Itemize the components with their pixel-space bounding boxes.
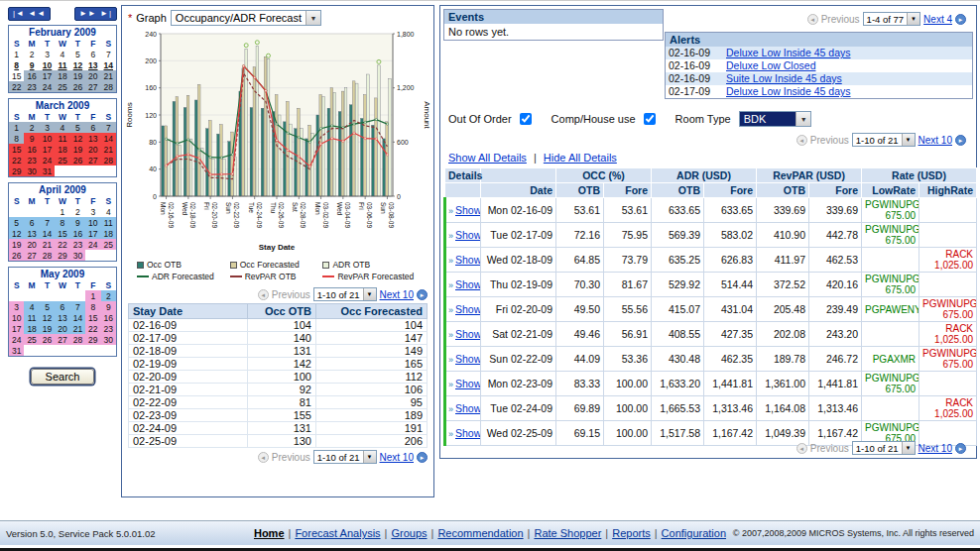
calendar-day[interactable]: 16 <box>24 144 39 155</box>
calendar-day[interactable]: 25 <box>101 239 116 250</box>
next-icon[interactable]: ► <box>955 14 966 25</box>
calendar-day[interactable]: 3 <box>40 49 55 59</box>
calendar-day[interactable]: 17 <box>40 70 55 81</box>
next-icon[interactable]: ► <box>417 452 428 463</box>
out-of-order-checkbox[interactable] <box>520 113 532 125</box>
calendar-day[interactable]: 28 <box>101 81 116 92</box>
calendar-day[interactable]: 28 <box>40 250 55 261</box>
calendar-day[interactable]: 4 <box>55 49 69 59</box>
calendar-day[interactable]: 23 <box>101 323 116 334</box>
calendar-day[interactable]: 25 <box>55 81 69 92</box>
show-details-link[interactable]: Show <box>455 229 480 241</box>
calendar-day[interactable]: 27 <box>55 334 69 345</box>
alert-link[interactable]: Deluxe Low Inside 45 days <box>726 85 851 98</box>
show-details-link[interactable]: Show <box>455 278 480 290</box>
next-icon[interactable]: ► <box>955 135 966 146</box>
calendar-day[interactable]: 31 <box>9 345 24 356</box>
calendar-back-button[interactable]: |◄ ◄◄ <box>8 7 51 21</box>
calendar-day[interactable]: 28 <box>70 334 85 345</box>
next-icon[interactable]: ► <box>955 443 966 454</box>
calendar-day[interactable]: 30 <box>70 250 85 261</box>
calendar-day[interactable]: 22 <box>85 323 100 334</box>
calendar-day[interactable]: 13 <box>85 59 100 70</box>
calendar-day[interactable]: 26 <box>70 81 85 92</box>
calendar-day[interactable]: 10 <box>40 59 55 70</box>
calendar-day[interactable]: 22 <box>55 239 69 250</box>
calendar-day[interactable]: 11 <box>55 59 69 70</box>
calendar-day[interactable]: 8 <box>9 59 24 70</box>
calendar-day[interactable]: 28 <box>101 155 116 165</box>
footer-link-reports[interactable]: Reports <box>612 527 651 539</box>
calendar-day[interactable]: 7 <box>40 217 55 228</box>
calendar-day[interactable]: 23 <box>24 81 39 92</box>
calendar-day[interactable]: 2 <box>101 290 116 301</box>
calendar-day[interactable]: 9 <box>24 59 39 70</box>
calendar-day[interactable]: 30 <box>24 165 39 176</box>
calendar-day[interactable]: 23 <box>70 239 85 250</box>
page-range-select[interactable]: 1-10 of 21▼ <box>313 450 377 464</box>
alert-link[interactable]: Deluxe Low Inside 45 days <box>726 47 851 59</box>
calendar-day[interactable]: 6 <box>55 301 69 312</box>
show-details-link[interactable]: Show <box>455 353 480 365</box>
search-button[interactable]: Search <box>31 369 95 385</box>
footer-link-configuration[interactable]: Configuration <box>662 527 726 539</box>
calendar-day[interactable]: 11 <box>24 312 39 323</box>
calendar-day[interactable]: 9 <box>101 301 116 312</box>
calendar-day[interactable]: 18 <box>55 70 69 81</box>
calendar-day[interactable]: 4 <box>24 301 39 312</box>
room-type-select[interactable]: BDK ▼ <box>739 111 812 127</box>
calendar-day[interactable]: 15 <box>55 228 69 239</box>
calendar-day[interactable]: 27 <box>24 250 39 261</box>
next-page-link[interactable]: Next 10 <box>919 443 952 454</box>
calendar-day[interactable]: 12 <box>70 59 85 70</box>
next-page-link[interactable]: Next 4 <box>923 14 952 25</box>
calendar-day[interactable]: 19 <box>40 323 55 334</box>
calendar-day[interactable]: 5 <box>40 301 55 312</box>
calendar-day[interactable]: 21 <box>101 144 116 155</box>
calendar-day[interactable]: 27 <box>85 81 100 92</box>
calendar-day[interactable]: 5 <box>70 49 85 59</box>
page-range-select[interactable]: 1-10 of 21▼ <box>852 133 916 147</box>
calendar-day[interactable]: 20 <box>85 70 100 81</box>
calendar-day[interactable]: 17 <box>85 228 100 239</box>
calendar-day[interactable]: 3 <box>40 122 55 133</box>
calendar-day[interactable]: 1 <box>9 122 24 133</box>
footer-link-groups[interactable]: Groups <box>391 527 427 539</box>
calendar-day[interactable]: 2 <box>24 122 39 133</box>
calendar-day[interactable]: 14 <box>101 59 116 70</box>
calendar-day[interactable]: 19 <box>9 239 24 250</box>
page-range-select[interactable]: 1-10 of 21▼ <box>313 287 377 301</box>
calendar-day[interactable]: 10 <box>85 217 100 228</box>
calendar-day[interactable]: 2 <box>70 206 85 217</box>
show-details-link[interactable]: Show <box>455 303 480 315</box>
calendar-day[interactable]: 21 <box>70 323 85 334</box>
footer-link-forecast-analysis[interactable]: Forecast Analysis <box>295 527 380 539</box>
alert-link[interactable]: Suite Low Inside 45 days <box>726 72 842 85</box>
calendar-day[interactable]: 18 <box>55 144 69 155</box>
calendar-day[interactable]: 22 <box>9 81 24 92</box>
calendar-day[interactable]: 7 <box>101 49 116 59</box>
show-details-link[interactable]: Show <box>455 378 480 389</box>
calendar-day[interactable]: 26 <box>40 334 55 345</box>
calendar-day[interactable]: 11 <box>101 217 116 228</box>
calendar-day[interactable]: 20 <box>85 144 100 155</box>
footer-link-recommendation[interactable]: Recommendation <box>437 527 523 539</box>
calendar-day[interactable]: 7 <box>70 301 85 312</box>
calendar-day[interactable]: 24 <box>9 334 24 345</box>
next-icon[interactable]: ► <box>417 289 428 300</box>
graph-type-select[interactable]: Occupancy/ADR Forecast ▼ <box>171 10 321 26</box>
calendar-day[interactable]: 19 <box>70 144 85 155</box>
calendar-day[interactable]: 18 <box>101 228 116 239</box>
calendar-day[interactable]: 2 <box>24 49 39 59</box>
footer-link-rate-shopper[interactable]: Rate Shopper <box>534 527 601 539</box>
calendar-day[interactable]: 10 <box>40 133 55 144</box>
show-details-link[interactable]: Show <box>455 427 480 439</box>
calendar-day[interactable]: 17 <box>9 323 24 334</box>
calendar-day[interactable]: 7 <box>101 122 116 133</box>
calendar-day[interactable]: 23 <box>24 155 39 165</box>
calendar-day[interactable]: 12 <box>70 133 85 144</box>
calendar-day[interactable]: 25 <box>24 334 39 345</box>
comp-house-checkbox[interactable] <box>644 113 656 125</box>
page-range-select[interactable]: 1-10 of 21▼ <box>852 441 916 455</box>
calendar-day[interactable]: 16 <box>24 70 39 81</box>
